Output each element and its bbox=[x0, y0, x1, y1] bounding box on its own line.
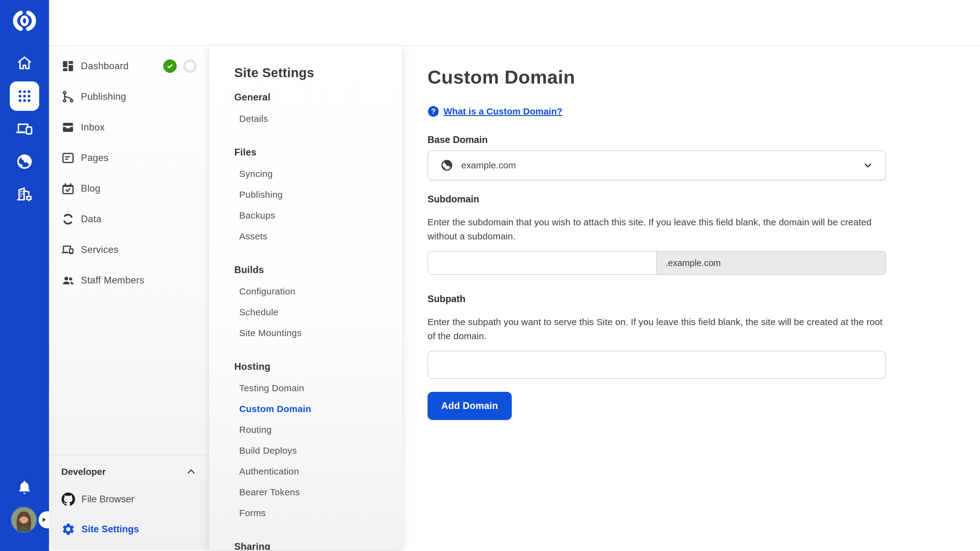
site-settings-panel: Site Settings General Details Files Sync… bbox=[209, 46, 402, 550]
question-icon: ? bbox=[428, 106, 439, 117]
nav-item-inbox[interactable]: Inbox bbox=[49, 112, 209, 143]
nav-item-label: Dashboard bbox=[81, 60, 129, 71]
settings-item-custom-domain[interactable]: Custom Domain bbox=[234, 399, 402, 419]
nav-item-label: Publishing bbox=[81, 91, 126, 102]
gear-icon bbox=[61, 522, 75, 536]
nav-item-label: Site Settings bbox=[81, 524, 139, 535]
nav-item-staff-members[interactable]: Staff Members bbox=[49, 265, 209, 296]
add-domain-button[interactable]: Add Domain bbox=[428, 392, 512, 420]
sync-icon bbox=[61, 213, 75, 226]
settings-item-publishing[interactable]: Publishing bbox=[234, 184, 402, 205]
globe-icon bbox=[441, 159, 453, 172]
page-title: Custom Domain bbox=[428, 66, 980, 88]
subpath-input[interactable] bbox=[428, 351, 886, 379]
help-link[interactable]: ? What is a Custom Domain? bbox=[428, 106, 562, 117]
settings-section-hosting: Hosting bbox=[234, 361, 402, 373]
cloudcannon-logo-icon bbox=[9, 8, 40, 34]
calendar-check-icon bbox=[61, 182, 75, 195]
help-link-text: What is a Custom Domain? bbox=[444, 106, 562, 117]
nav-item-label: Data bbox=[81, 214, 101, 225]
settings-panel-title: Site Settings bbox=[234, 65, 402, 80]
notifications-bell-icon[interactable] bbox=[16, 479, 33, 495]
settings-item-syncing[interactable]: Syncing bbox=[234, 164, 402, 184]
subdomain-suffix: .example.com bbox=[656, 252, 885, 274]
settings-item-site-mountings[interactable]: Site Mountings bbox=[234, 322, 402, 343]
settings-item-testing-domain[interactable]: Testing Domain bbox=[234, 378, 402, 399]
settings-item-authentication[interactable]: Authentication bbox=[234, 461, 402, 482]
collection-nav: Dashboard Publishing Inbox Pages Blog Da… bbox=[49, 51, 209, 296]
settings-item-schedule[interactable]: Schedule bbox=[234, 302, 402, 322]
developer-section-toggle[interactable]: Developer bbox=[61, 466, 197, 478]
unpublished-status-icon[interactable] bbox=[183, 59, 197, 73]
base-domain-select[interactable]: example.com bbox=[428, 150, 886, 180]
subpath-label: Subpath bbox=[428, 294, 980, 305]
sites-grid-icon[interactable] bbox=[10, 81, 39, 111]
home-icon[interactable] bbox=[15, 54, 34, 72]
nav-item-data[interactable]: Data bbox=[49, 204, 209, 235]
chevron-down-icon bbox=[863, 160, 873, 170]
user-avatar[interactable] bbox=[11, 507, 37, 532]
chevron-up-icon bbox=[185, 466, 197, 478]
globe-icon[interactable] bbox=[15, 152, 34, 171]
nav-item-pages[interactable]: Pages bbox=[49, 143, 209, 173]
nav-item-publishing[interactable]: Publishing bbox=[49, 81, 209, 112]
settings-item-configuration[interactable]: Configuration bbox=[234, 281, 402, 302]
nav-item-label: Pages bbox=[81, 152, 108, 164]
settings-item-forms[interactable]: Forms bbox=[234, 503, 402, 524]
settings-item-assets[interactable]: Assets bbox=[234, 226, 402, 247]
organization-icon[interactable] bbox=[15, 185, 34, 203]
base-domain-value: example.com bbox=[461, 160, 516, 170]
settings-item-backups[interactable]: Backups bbox=[234, 205, 402, 226]
subdomain-input-group: .example.com bbox=[428, 251, 886, 275]
settings-section-general: General bbox=[234, 92, 402, 104]
developer-section-divider bbox=[49, 455, 209, 456]
site-nav-panel: Sendit staging Dashboard Publishing Inbo… bbox=[49, 0, 209, 550]
settings-item-build-deploys[interactable]: Build Deploys bbox=[234, 440, 402, 461]
nav-item-file-browser[interactable]: File Browser bbox=[61, 492, 134, 506]
settings-item-details[interactable]: Details bbox=[234, 108, 402, 129]
settings-section-builds: Builds bbox=[234, 265, 402, 277]
git-branch-icon bbox=[61, 90, 75, 103]
top-bar bbox=[49, 0, 980, 45]
subpath-description: Enter the subpath you want to serve this… bbox=[428, 315, 887, 343]
dashboard-icon bbox=[61, 59, 75, 73]
right-arrow-icon bbox=[40, 516, 48, 524]
subdomain-description: Enter the subdomain that you wish to att… bbox=[428, 215, 887, 243]
github-icon bbox=[61, 492, 75, 506]
devices-icon bbox=[61, 243, 75, 257]
developer-heading: Developer bbox=[61, 467, 106, 477]
settings-item-bearer-tokens[interactable]: Bearer Tokens bbox=[234, 482, 402, 503]
published-status-icon[interactable] bbox=[163, 59, 177, 73]
inbox-icon bbox=[61, 121, 75, 134]
app-rail bbox=[0, 0, 49, 551]
settings-section-sharing: Sharing bbox=[234, 541, 402, 550]
svg-text:?: ? bbox=[431, 107, 436, 115]
subdomain-input[interactable] bbox=[428, 252, 656, 274]
nav-item-services[interactable]: Services bbox=[49, 235, 209, 265]
base-domain-label: Base Domain bbox=[428, 134, 980, 145]
devices-icon[interactable] bbox=[15, 120, 34, 138]
nav-item-label: Inbox bbox=[81, 122, 105, 133]
nav-item-site-settings[interactable]: Site Settings bbox=[61, 522, 139, 536]
nav-item-label: Services bbox=[81, 244, 119, 255]
settings-section-files: Files bbox=[234, 147, 402, 159]
subdomain-label: Subdomain bbox=[428, 194, 980, 205]
nav-item-label: File Browser bbox=[81, 494, 134, 505]
people-icon bbox=[61, 274, 75, 287]
nav-item-label: Blog bbox=[81, 183, 100, 194]
pages-icon bbox=[61, 151, 75, 165]
main-content: Custom Domain ? What is a Custom Domain?… bbox=[402, 46, 980, 551]
nav-item-label: Staff Members bbox=[81, 275, 145, 286]
nav-item-blog[interactable]: Blog bbox=[49, 173, 209, 204]
settings-item-routing[interactable]: Routing bbox=[234, 419, 402, 440]
nav-item-dashboard[interactable]: Dashboard bbox=[49, 51, 209, 81]
header-divider bbox=[49, 45, 980, 46]
